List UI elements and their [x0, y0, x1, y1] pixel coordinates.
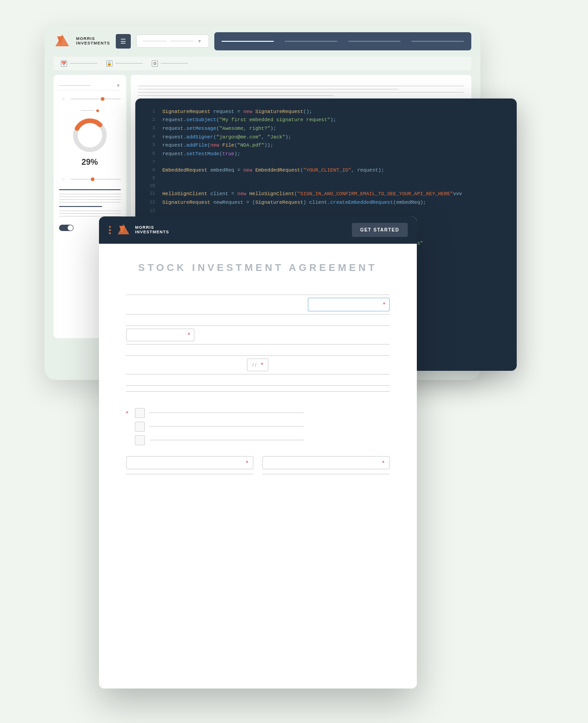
- dashboard-brand: MORRIS INVESTMENTS: [76, 37, 110, 46]
- sidebar-list: [59, 188, 121, 216]
- code-line-10: 10: [135, 182, 517, 190]
- checkbox-label-1: [149, 413, 304, 413]
- nav-tab-4[interactable]: [411, 41, 464, 42]
- form-line-2: [126, 314, 390, 315]
- modal-logo-icon: [116, 223, 131, 237]
- dashboard-logo-icon: [54, 33, 71, 50]
- bottom-field-1-line: [126, 474, 253, 474]
- form-section: * *: [126, 292, 390, 474]
- form-field-1[interactable]: *: [308, 298, 390, 311]
- sidebar-dropdown[interactable]: ▼: [59, 81, 121, 90]
- checkbox-label-2: [149, 426, 304, 427]
- form-line-3: [126, 325, 390, 326]
- code-line-2: 2 request.setSubject("My first embedded …: [135, 116, 517, 124]
- form-group-3: / / *: [126, 353, 390, 377]
- checkbox-row-2: [135, 422, 304, 432]
- subtab-gear[interactable]: ⚙: [152, 60, 188, 67]
- form-line-8: [126, 391, 390, 392]
- svg-marker-0: [55, 34, 69, 46]
- code-line-11: 11 HelloSignClient client = new HelloSig…: [135, 190, 517, 198]
- code-line-8: 8 EmbeddedRequest embedReq = new Embedde…: [135, 166, 517, 175]
- code-line-5: 5 request.addFile(new File("NDA.pdf"));: [135, 141, 517, 150]
- dashboard-topbar: MORRIS INVESTMENTS ☰ ▼: [44, 26, 480, 57]
- form-line-5: [126, 355, 390, 356]
- modal-body: STOCK INVESTMENT AGREEMENT *: [99, 244, 417, 689]
- modal-header: MORRIS INVESTMENTS GET STARTED: [99, 216, 417, 244]
- checkboxes-column: [135, 408, 304, 445]
- checkbox-section: *: [126, 408, 390, 445]
- code-line-9: 9: [135, 174, 517, 182]
- form-line-1: [126, 295, 390, 295]
- dots-menu-icon[interactable]: [108, 225, 112, 235]
- svg-marker-4: [118, 224, 129, 234]
- nav-tab-1[interactable]: [222, 41, 274, 42]
- donut-chart: 29%: [59, 106, 121, 171]
- subtab-calendar[interactable]: 📅: [61, 60, 97, 67]
- code-line-6: 6 request.setTestMode(true);: [135, 150, 517, 158]
- dashboard-menu-button[interactable]: ☰: [116, 34, 131, 49]
- bottom-field-1[interactable]: *: [126, 456, 253, 469]
- sidebar-slider[interactable]: ○: [59, 97, 121, 101]
- checkbox-label-3: [149, 440, 304, 440]
- dashboard-nav-dropdown[interactable]: ▼: [136, 34, 209, 48]
- checkbox-3[interactable]: [135, 435, 145, 445]
- checkbox-2[interactable]: [135, 422, 145, 432]
- form-field-2[interactable]: *: [126, 329, 194, 341]
- subtab-lock[interactable]: 🔒: [106, 60, 143, 67]
- donut-percentage: 29%: [81, 157, 98, 167]
- bottom-field-2[interactable]: *: [262, 456, 390, 469]
- form-line-4: [126, 344, 390, 344]
- scene-container: MORRIS INVESTMENTS ☰ ▼ 📅: [44, 26, 544, 698]
- get-started-button[interactable]: GET STARTED: [352, 223, 407, 237]
- bottom-field-2-line: [262, 474, 390, 474]
- code-line-7: 7: [135, 158, 517, 166]
- agreement-title: STOCK INVESTMENT AGREEMENT: [126, 262, 390, 274]
- code-line-4: 4 request.addSigner("jargon@me.com", "Ja…: [135, 133, 517, 142]
- form-line-7: [126, 385, 390, 386]
- form-group-2: *: [126, 323, 390, 347]
- checkbox-row-3: [135, 435, 304, 445]
- dashboard-subtabs: 📅 🔒 ⚙: [54, 57, 471, 70]
- bottom-fields-row: * *: [126, 456, 390, 474]
- dashboard-tabs-bar: [214, 32, 471, 50]
- agreement-modal: MORRIS INVESTMENTS GET STARTED STOCK INV…: [99, 216, 417, 689]
- modal-brand-text: MORRIS INVESTMENTS: [135, 226, 169, 235]
- code-line-1: 1 SignatureRequest request = new Signatu…: [135, 108, 517, 116]
- code-line-3: 3 request.setMessage("Awesome, right?");: [135, 124, 517, 133]
- form-date-field[interactable]: / / *: [247, 359, 268, 371]
- checkbox-1[interactable]: [135, 408, 145, 418]
- form-line-6: [126, 374, 390, 374]
- code-line-13: 13: [135, 207, 517, 215]
- checkbox-row-1: [135, 408, 304, 418]
- code-line-12: 12 SignatureRequest newRequest = (Signat…: [135, 198, 517, 207]
- nav-tab-2[interactable]: [285, 41, 337, 42]
- nav-tab-3[interactable]: [348, 41, 401, 42]
- modal-header-left: MORRIS INVESTMENTS: [108, 223, 169, 237]
- sidebar-slider-2[interactable]: ○: [59, 177, 121, 182]
- form-group-1: *: [126, 292, 390, 317]
